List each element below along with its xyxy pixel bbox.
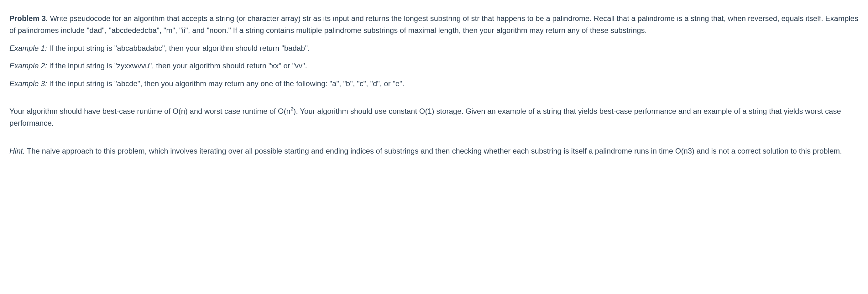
requirements-superscript: 2 (290, 106, 293, 112)
problem-statement: Problem 3. Write pseudocode for an algor… (9, 12, 859, 37)
example-1-text: If the input string is "abcabbadabc", th… (47, 44, 310, 52)
example-3: Example 3: If the input string is "abcde… (9, 78, 859, 90)
example-2-label: Example 2: (9, 61, 47, 70)
example-2: Example 2: If the input string is "zyxxw… (9, 60, 859, 72)
example-3-label: Example 3: (9, 79, 47, 88)
example-3-text: If the input string is "abcde", then you… (47, 79, 404, 88)
example-2-text: If the input string is "zyxxwvvu", then … (47, 61, 307, 70)
example-1-label: Example 1: (9, 44, 47, 52)
problem-text: Write pseudocode for an algorithm that a… (9, 14, 858, 34)
requirements: Your algorithm should have best-case run… (9, 105, 859, 129)
requirements-part1: Your algorithm should have best-case run… (9, 107, 290, 115)
example-1: Example 1: If the input string is "abcab… (9, 42, 859, 54)
hint-text: The naive approach to this problem, whic… (25, 147, 842, 155)
hint: Hint. The naive approach to this problem… (9, 145, 859, 157)
problem-label: Problem 3. (9, 14, 48, 23)
hint-label: Hint. (9, 147, 25, 155)
